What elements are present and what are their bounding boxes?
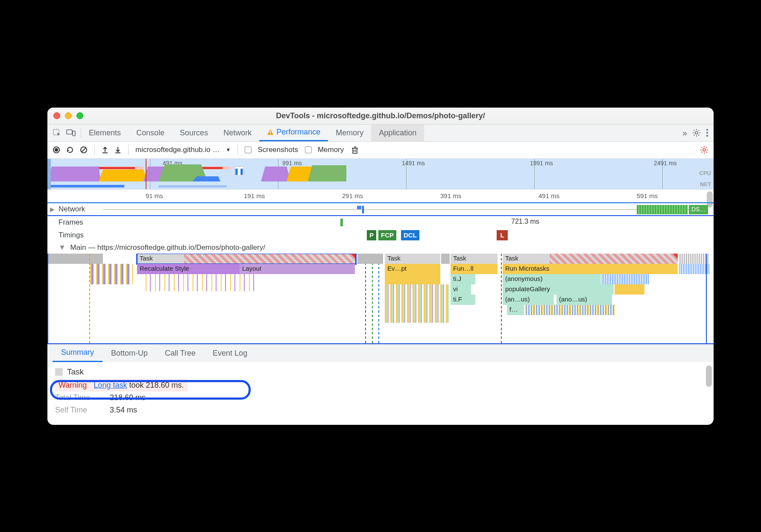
long-task-bar[interactable] — [550, 254, 678, 264]
total-time-val: 218.60 ms — [110, 393, 146, 402]
cpu-label: CPU — [700, 170, 711, 176]
layout-bar[interactable]: Layout — [240, 264, 355, 274]
tab-console[interactable]: Console — [129, 124, 172, 141]
self-time-val: 3.54 ms — [110, 406, 137, 415]
clear-icon[interactable] — [80, 146, 88, 154]
svg-rect-13 — [353, 148, 357, 153]
tab-performance[interactable]: Performance — [259, 124, 328, 141]
task-bar[interactable]: Task — [385, 254, 440, 264]
svg-point-10 — [55, 148, 58, 152]
funll-bar[interactable]: Fun…ll — [451, 264, 498, 274]
gc-icon[interactable] — [351, 146, 359, 154]
svg-point-14 — [703, 149, 705, 151]
populate-bar[interactable]: populateGallery — [503, 284, 614, 295]
memory-checkbox[interactable]: Memory — [305, 146, 344, 154]
timing-fcp: FCP — [378, 230, 396, 240]
kebab-icon[interactable] — [706, 129, 708, 137]
svg-rect-4 — [270, 134, 271, 134]
ruler-tick: 291 ms — [342, 192, 363, 199]
task-bar[interactable]: Task — [503, 254, 550, 264]
arrow-annotation — [675, 254, 701, 254]
long-task-bar[interactable] — [184, 254, 356, 264]
self-time-key: Self Time — [55, 406, 102, 415]
track-timings[interactable]: Timings P FCP DCL L — [47, 229, 714, 242]
record-icon[interactable] — [53, 146, 60, 154]
ov-tick: 1991 ms — [530, 160, 553, 167]
timeline[interactable]: 91 ms 191 ms 291 ms 391 ms 491 ms 591 ms… — [47, 190, 714, 344]
btab-bottomup[interactable]: Bottom-Up — [102, 344, 156, 362]
svg-point-8 — [706, 135, 708, 137]
runmt-bar[interactable]: Run Microtasks — [503, 264, 678, 274]
window-title: DevTools - microsoftedge.github.io/Demos… — [47, 111, 714, 120]
settings-icon[interactable] — [692, 129, 701, 137]
upload-icon[interactable] — [102, 146, 108, 154]
overview-strip[interactable]: 491 ms 991 ms 1491 ms 1991 ms 2491 ms CP… — [47, 159, 714, 190]
ruler-tick: 91 ms — [146, 192, 163, 199]
perf-settings-icon[interactable] — [700, 146, 708, 154]
svg-line-12 — [82, 148, 86, 152]
btab-summary[interactable]: Summary — [53, 344, 102, 362]
ov-tick: 2491 ms — [654, 160, 677, 167]
svg-rect-2 — [73, 131, 75, 136]
download-icon[interactable] — [114, 146, 121, 154]
btab-eventlog[interactable]: Event Log — [204, 344, 256, 362]
recalc-bar[interactable]: Recalculate Style — [137, 264, 240, 274]
evpt-bar[interactable]: Ev…pt — [385, 264, 440, 274]
screenshots-checkbox[interactable]: Screenshots — [245, 146, 298, 154]
more-tabs-icon[interactable]: » — [682, 128, 687, 138]
btab-calltree[interactable]: Call Tree — [156, 344, 204, 362]
tab-elements[interactable]: Elements — [81, 124, 129, 141]
net-label: NET — [700, 181, 711, 187]
page-dropdown-label: microsoftedge.github.io … — [135, 146, 220, 154]
tab-memory[interactable]: Memory — [328, 124, 371, 141]
track-network[interactable]: ▶ Network DS… — [47, 202, 714, 215]
warning-label: Warning — [59, 381, 87, 390]
tab-network[interactable]: Network — [216, 124, 259, 141]
main-prefix: Main — — [70, 243, 97, 251]
ruler-tick: 491 ms — [539, 192, 559, 199]
main-tabs: Elements Console Sources Network Perform… — [47, 125, 714, 142]
arrow-annotation — [355, 254, 380, 254]
titlebar: DevTools - microsoftedge.github.io/Demos… — [47, 108, 714, 125]
pause-icon[interactable]: ❚❚ — [234, 167, 244, 176]
task-bar[interactable]: Task — [137, 254, 184, 264]
total-time-key: Total Time — [55, 393, 102, 402]
reload-icon[interactable] — [66, 146, 74, 154]
tab-sources[interactable]: Sources — [172, 124, 216, 141]
collapse-icon[interactable]: ▼ — [59, 243, 66, 251]
long-task-link[interactable]: Long task — [94, 381, 127, 389]
svg-point-5 — [695, 132, 698, 134]
ruler: 91 ms 191 ms 291 ms 391 ms 491 ms 591 ms — [47, 190, 714, 202]
scrollbar-thumb[interactable] — [706, 365, 712, 387]
timing-p: P — [367, 230, 376, 240]
svg-rect-1 — [67, 130, 72, 134]
vi-bar[interactable]: vi — [451, 284, 471, 295]
f-bar[interactable]: f… — [507, 305, 524, 315]
chevron-down-icon: ▼ — [226, 147, 231, 153]
timing-ms: 721.3 ms — [511, 218, 539, 225]
page-dropdown[interactable]: microsoftedge.github.io … ▼ — [135, 146, 231, 154]
anus2-bar[interactable]: (ano…us) — [556, 295, 612, 305]
perf-toolbar: microsoftedge.github.io … ▼ Screenshots … — [47, 142, 714, 159]
task-bar[interactable]: Task — [451, 254, 498, 264]
tab-application[interactable]: Application — [371, 124, 424, 141]
timing-l: L — [497, 230, 508, 240]
ruler-tick: 191 ms — [244, 192, 265, 199]
main-url: https://microsoftedge.github.io/Demos/ph… — [97, 243, 265, 251]
summary-panel: Task Warning Long task took 218.60 ms. T… — [47, 362, 714, 425]
ruler-tick: 391 ms — [440, 192, 461, 199]
tiJ-bar[interactable]: ti.J — [451, 274, 475, 284]
ov-tick: 1491 ms — [402, 160, 425, 167]
tiF-bar[interactable]: ti.F — [451, 295, 475, 305]
anus1-bar[interactable]: (an…us) — [503, 295, 554, 305]
track-frames[interactable]: Frames 721.3 ms — [47, 216, 714, 229]
flame-chart[interactable]: Task Task Task Task Recalculate Style La… — [47, 254, 714, 343]
device-icon[interactable] — [66, 129, 76, 137]
warning-rest: took 218.60 ms. — [127, 381, 184, 389]
details-tabs: Summary Bottom-Up Call Tree Event Log — [47, 344, 714, 362]
track-main-label[interactable]: ▼ Main — https://microsoftedge.github.io… — [47, 242, 714, 254]
inspect-icon[interactable] — [53, 129, 61, 137]
warning-row: Warning Long task took 218.60 ms. — [55, 379, 187, 392]
svg-rect-3 — [270, 131, 271, 133]
anon-bar[interactable]: (anonymous) — [503, 274, 601, 284]
